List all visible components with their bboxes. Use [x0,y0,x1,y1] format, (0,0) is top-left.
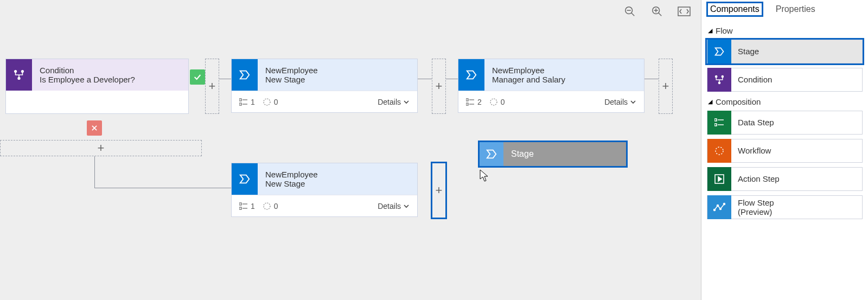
drop-slot[interactable]: + [432,59,446,114]
section-flow[interactable]: ◢ Flow [708,26,863,35]
component-condition[interactable]: Condition [707,68,863,92]
flow-step-icon [707,195,731,219]
collapse-icon: ◢ [708,27,712,34]
stage-title: NewEmployee [265,170,410,179]
stage-card[interactable]: NewEmployee Manager and Salary 2 0 Detai… [458,59,644,113]
stage-icon [707,40,731,63]
component-flow-step[interactable]: Flow Step (Preview) [707,195,863,219]
connector [219,79,231,79]
component-label: Flow Step (Preview) [731,198,774,217]
component-action-step[interactable]: Action Step [707,167,863,191]
component-label: Data Step [731,118,774,127]
panel-tabs: Components Properties [707,2,863,21]
stage-icon [458,59,484,91]
stage-title: NewEmployee [265,66,410,75]
stage-card[interactable]: NewEmployee New Stage 1 0 Details [231,163,418,217]
svg-line-1 [631,13,635,16]
collapse-icon: ◢ [708,98,712,105]
svg-rect-16 [466,99,468,101]
bpf-canvas[interactable]: Condition Is Employee a Developer? + New… [0,0,701,300]
svg-rect-21 [239,203,241,205]
details-toggle[interactable]: Details [604,98,636,106]
svg-rect-11 [239,99,241,101]
svg-rect-31 [714,124,717,126]
stage-subtitle: New Stage [265,179,410,188]
svg-rect-18 [466,103,468,105]
svg-point-36 [717,205,719,207]
component-workflow[interactable]: Workflow [707,139,863,163]
connector [94,156,95,188]
drop-slot-wide[interactable]: + [0,140,202,156]
svg-rect-23 [239,207,241,209]
svg-point-20 [490,99,497,105]
stage-subtitle: Manager and Salary [492,75,636,84]
svg-point-37 [720,208,722,210]
svg-point-10 [18,78,20,80]
drag-ghost-label: Stage [503,149,534,159]
details-toggle[interactable]: Details [378,98,410,106]
plus-icon: + [209,79,216,93]
cursor-icon [480,169,489,184]
svg-point-9 [22,71,24,73]
workflow-count: 0 [489,98,505,106]
steps-count: 1 [239,202,255,210]
svg-point-33 [716,147,723,155]
connector [94,188,231,188]
zoom-out-icon[interactable] [623,4,637,18]
stage-card[interactable]: NewEmployee New Stage 1 0 Details [231,59,418,113]
stage-icon [232,163,258,195]
action-step-icon [707,167,731,191]
svg-rect-29 [714,119,717,121]
svg-point-26 [716,76,717,78]
plus-icon: + [436,183,443,197]
canvas-toolbar [623,4,691,18]
svg-line-4 [659,13,662,16]
svg-point-15 [264,99,270,105]
svg-point-25 [264,203,270,209]
stage-title: NewEmployee [492,66,636,75]
component-label: Condition [731,75,772,84]
drop-slot[interactable]: + [205,59,219,114]
fit-screen-icon[interactable] [677,4,691,18]
plus-icon: + [436,79,443,93]
details-toggle[interactable]: Details [378,202,410,210]
svg-rect-13 [239,103,241,105]
component-stage[interactable]: Stage [707,40,863,63]
component-label: Workflow [731,146,771,155]
connector [446,79,458,79]
stage-subtitle: New Stage [265,75,410,84]
steps-count: 1 [239,98,255,106]
svg-point-27 [722,76,723,78]
tab-components[interactable]: Components [708,3,762,15]
plus-icon: + [98,141,105,155]
component-label: Action Step [731,174,780,183]
workflow-count: 0 [263,202,278,210]
data-step-icon [707,111,731,135]
steps-count: 2 [466,98,482,106]
condition-false-icon [87,120,102,136]
stage-icon [232,59,258,91]
tab-properties[interactable]: Properties [774,3,818,15]
condition-subtitle: Is Employee a Developer? [40,75,181,84]
svg-point-38 [724,203,725,205]
svg-point-8 [15,71,17,73]
workflow-icon [707,139,731,163]
drop-slot[interactable]: + [659,59,673,114]
component-label: Stage [731,47,759,56]
component-data-step[interactable]: Data Step [707,111,863,135]
connector [644,79,659,79]
condition-title: Condition [40,66,181,75]
condition-icon [707,68,731,92]
condition-true-icon [190,69,205,85]
condition-icon [6,59,32,91]
zoom-in-icon[interactable] [650,4,664,18]
connector [418,79,432,79]
plus-icon: + [662,79,669,93]
condition-card[interactable]: Condition Is Employee a Developer? [5,59,189,114]
svg-point-35 [714,209,716,211]
section-composition[interactable]: ◢ Composition [708,97,863,106]
components-panel: Components Properties ◢ Flow Stage Condi… [701,0,868,300]
drop-slot-active[interactable]: + [432,163,446,218]
stage-icon [480,142,503,166]
svg-point-28 [718,82,720,84]
